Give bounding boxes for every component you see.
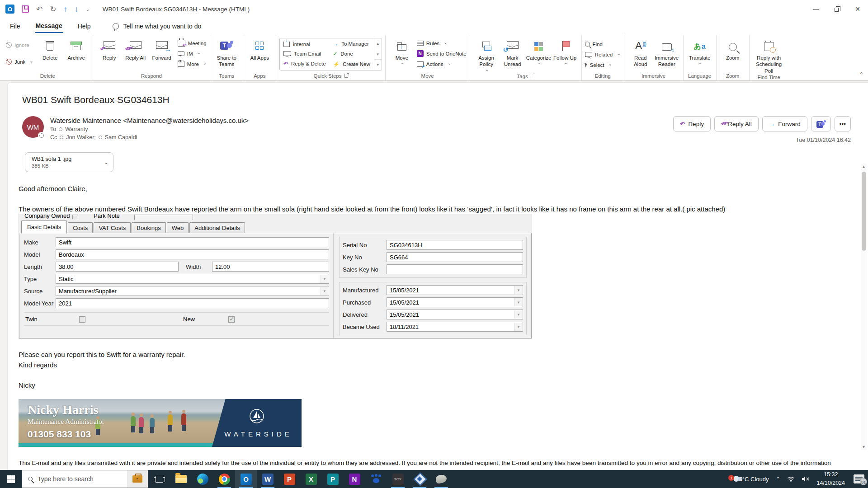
tab-file[interactable]: File [9,20,21,33]
actions-button[interactable]: Actions [417,59,467,69]
quick-steps-scroll[interactable]: ▲▼▼ [374,38,382,70]
form-tab-web[interactable]: Web [167,222,189,233]
taskbar-powerpoint[interactable]: P [278,470,300,488]
share-to-teams-button[interactable]: TShare to Teams [213,36,240,68]
taskbar-publisher[interactable]: P [322,470,344,488]
source-dropdown[interactable]: Manufacturer/Supplier▼ [56,286,329,296]
related-button[interactable]: Related [585,49,621,60]
sender-name[interactable]: Waterside Maintenance <Maintenance@water… [50,117,249,124]
taskbar-sage[interactable] [430,470,452,488]
tab-help[interactable]: Help [77,20,92,33]
form-tab-additional-details[interactable]: Additional Details [189,222,245,233]
form-tab-vat-costs[interactable]: VAT Costs [94,222,131,233]
save-icon[interactable] [22,5,29,13]
send-to-onenote-button[interactable]: NSend to OneNote [417,48,467,59]
delete-button[interactable]: Delete [37,36,63,61]
recipient-sam-capaldi[interactable]: Sam Capaldi [105,134,137,141]
weather-widget[interactable]: 1 15°C Cloudy [731,476,769,483]
immersive-reader-button[interactable]: Immersive Reader [654,36,680,68]
meeting-button[interactable]: Meeting [178,38,207,48]
dropdown-arrow-icon[interactable]: ▼ [514,310,522,319]
taskbar-blue-app[interactable] [365,470,387,488]
select-button[interactable]: Select [585,60,621,70]
task-view-button[interactable] [148,470,170,488]
manufactured-dropdown[interactable]: 15/05/2021▼ [387,285,523,295]
scrollbar-thumb[interactable] [862,172,866,251]
attachment-chip[interactable]: WB1 sofa 1 .jpg 385 KB ⌄ [25,152,113,172]
recipient-warranty[interactable]: Warranty [65,126,88,132]
quick-step-done[interactable]: ✓Done [333,51,370,57]
categorize-button[interactable]: Categorize [526,36,552,67]
taskbar-excel[interactable]: X [300,470,322,488]
reply-header-button[interactable]: ↶Reply [673,116,711,131]
move-down-icon[interactable]: ↓ [75,5,79,13]
translate-button[interactable]: あaTranslate [687,36,713,67]
model-field[interactable]: Bordeaux [56,249,329,259]
minimize-button[interactable]: — [806,0,826,18]
taskbar-onenote[interactable]: N [344,470,365,488]
tags-dialog-launcher[interactable] [531,75,534,78]
im-button[interactable]: IM [178,48,207,59]
attachment-chevron-icon[interactable]: ⌄ [104,159,108,165]
length-field[interactable]: 38.00 [56,262,179,272]
redo-icon[interactable]: ↻ [50,5,56,13]
forward-button[interactable]: → Forward [149,36,175,61]
forward-header-button[interactable]: →Forward [762,116,807,131]
collapse-ribbon-chevron[interactable]: ⌃ [859,71,863,78]
customize-qat-icon[interactable]: ⌄ [86,7,90,12]
tab-message[interactable]: Message [35,19,63,33]
dropdown-arrow-icon[interactable]: ▼ [321,287,328,295]
width-field[interactable]: 12.00 [212,262,329,272]
type-dropdown[interactable]: Static▼ [56,274,329,284]
move-button[interactable]: Move [389,36,415,67]
make-field[interactable]: Swift [56,237,329,247]
read-aloud-button[interactable]: A)))Read Aloud [627,36,654,68]
taskbar-edge[interactable] [192,470,213,488]
key-no-field[interactable]: SG664 [387,252,523,262]
zoom-button[interactable]: Zoom [720,36,746,61]
share-to-teams-header-button[interactable]: T [811,116,831,131]
close-button[interactable]: ✕ [847,0,868,18]
quick-step-create-new[interactable]: ⚡Create New [333,61,370,67]
form-tab-costs[interactable]: Costs [68,222,93,233]
more-respond-button[interactable]: More [178,59,207,69]
reply-all-header-button[interactable]: ↶↶ Reply All [714,116,759,131]
recipient-jon-walker[interactable]: Jon Walker; [66,134,96,141]
scrollbar[interactable]: ▲ ▼ [861,164,867,450]
became-used-dropdown[interactable]: 18/11/2021▼ [387,322,523,332]
form-tab-basic-details[interactable]: Basic Details [21,221,67,234]
volume-muted-icon[interactable] [802,476,810,482]
taskbar-search-box[interactable]: Type here to search [22,470,148,488]
move-up-icon[interactable]: ↑ [64,5,68,13]
form-tab-bookings[interactable]: Bookings [132,222,165,233]
taskbar-3cx[interactable]: 3CX [387,470,409,488]
scheduling-poll-button[interactable]: Reply with Scheduling Poll [753,36,785,74]
follow-up-button[interactable]: Follow Up [552,36,578,67]
archive-button[interactable]: Archive [63,36,90,61]
assign-policy-button[interactable]: Assign Policy [473,36,500,73]
hidden-icons-chevron[interactable]: ⌃ [776,476,781,482]
taskbar-outlook[interactable]: O [235,470,257,488]
start-button[interactable] [0,470,22,488]
new-checkbox[interactable] [228,316,235,323]
dropdown-arrow-icon[interactable]: ▼ [514,286,522,294]
scroll-down-arrow-icon[interactable]: ▼ [861,444,867,450]
taskbar-clock[interactable]: 15:32 14/10/2024 [816,470,845,488]
purchased-dropdown[interactable]: 15/05/2021▼ [387,297,523,307]
undo-icon[interactable]: ↶ [36,5,42,13]
model-year-field[interactable]: 2021 [56,298,329,308]
taskbar-virtualbox[interactable] [409,470,430,488]
taskbar-word[interactable]: W [257,470,278,488]
find-button[interactable]: Find [585,39,621,49]
quick-step-reply-delete[interactable]: ↶Reply & Delete [283,61,326,67]
action-center-button[interactable]: 31 [854,474,864,483]
reply-all-button[interactable]: ↶↶ Reply All [123,36,149,61]
twin-checkbox[interactable] [79,316,85,323]
ignore-button[interactable]: Ignore [6,40,33,50]
serial-no-field[interactable]: SG034613H [387,240,523,250]
dropdown-arrow-icon[interactable]: ▼ [321,275,328,283]
reply-button[interactable]: ↶ Reply [96,36,123,61]
delivered-dropdown[interactable]: 15/05/2021▼ [387,310,523,319]
rules-button[interactable]: Rules [417,38,467,48]
dropdown-arrow-icon[interactable]: ▼ [514,323,522,331]
